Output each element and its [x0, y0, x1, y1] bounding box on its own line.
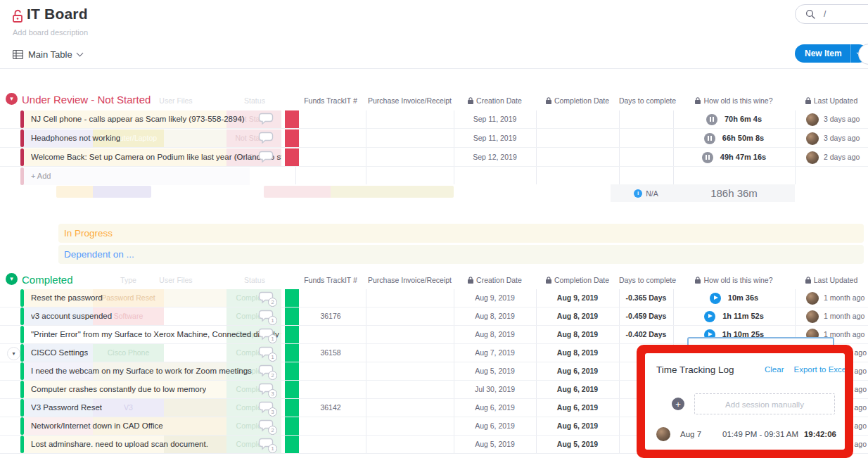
status-color-block[interactable]: [285, 289, 299, 307]
conversation-icon[interactable]: 1: [257, 308, 276, 324]
completion-date-cell[interactable]: Aug 8, 2019: [536, 344, 619, 362]
completion-date-cell[interactable]: Aug 6, 2019: [536, 381, 619, 398]
creation-date-cell[interactable]: Aug 5, 2019: [454, 362, 536, 380]
creation-date-cell[interactable]: Sep 11, 2019: [454, 129, 536, 147]
creation-date-cell[interactable]: Aug 6, 2019: [454, 399, 536, 417]
conversation-icon[interactable]: 2: [257, 363, 276, 379]
column-header-user-files[interactable]: User Files: [144, 276, 208, 284]
column-header-status[interactable]: Status: [226, 276, 283, 284]
creation-date-cell[interactable]: Aug 8, 2019: [454, 307, 536, 325]
column-header-funds[interactable]: Funds TrackIT #: [295, 276, 366, 284]
pause-icon[interactable]: [704, 133, 715, 144]
column-header-creation[interactable]: Creation Date: [454, 96, 536, 105]
creation-date-cell[interactable]: Aug 6, 2019: [454, 417, 536, 435]
completion-date-cell[interactable]: Aug 6, 2019: [536, 417, 619, 435]
item-name[interactable]: V3 Password Reset: [31, 399, 102, 417]
group-collapse-button[interactable]: ▾: [6, 93, 18, 105]
type-cell[interactable]: V3: [93, 399, 164, 417]
highlighted-time-tracking-cell[interactable]: [687, 337, 834, 345]
conversation-icon[interactable]: [257, 111, 276, 127]
conversation-icon[interactable]: [257, 130, 276, 146]
creation-date-cell[interactable]: Aug 9, 2019: [454, 289, 536, 307]
days-cell[interactable]: -0.365 Days: [619, 289, 673, 307]
days-cell[interactable]: -0.459 Days: [619, 307, 673, 325]
group-title[interactable]: Under Review - Not Started: [22, 94, 151, 106]
creation-date-cell[interactable]: Jul 30, 2019: [454, 381, 536, 398]
item-name[interactable]: Computer crashes constantly due to low m…: [31, 381, 206, 398]
pause-icon[interactable]: [706, 114, 717, 125]
days-cell[interactable]: -0.402 Days: [619, 326, 673, 343]
item-name[interactable]: Network/Internet down in CAD Office: [31, 417, 163, 435]
item-name[interactable]: Headphones not working: [31, 129, 120, 147]
add-item-label[interactable]: + Add: [31, 167, 51, 185]
add-session-button[interactable]: +: [672, 398, 684, 410]
item-name[interactable]: Lost adminshare. need to upload scan doc…: [31, 436, 208, 453]
board-description-placeholder[interactable]: Add board description: [13, 28, 88, 37]
conversation-icon[interactable]: 3: [257, 400, 276, 416]
info-icon[interactable]: i: [634, 189, 642, 198]
group-collapse-button[interactable]: ▾: [6, 273, 18, 285]
column-header-purchase[interactable]: Purchase Invoice/Receipt: [366, 276, 454, 284]
item-name[interactable]: NJ Cell phone - calls appear as Scam lik…: [31, 110, 245, 128]
item-name[interactable]: I need the webcam on my Surface to work …: [31, 362, 252, 380]
type-cell[interactable]: Cisco Phone: [93, 344, 164, 362]
table-row[interactable]: Not Started NJ Cell phone - calls appear…: [0, 110, 868, 129]
creation-date-cell[interactable]: Aug 5, 2019: [454, 436, 536, 453]
status-color-block[interactable]: [285, 148, 299, 166]
conversation-icon[interactable]: 3: [257, 381, 276, 398]
column-header-creation[interactable]: Creation Date: [454, 276, 536, 284]
column-header-completion[interactable]: Completion Date: [536, 96, 619, 105]
tab-main-table[interactable]: Main Table: [13, 46, 82, 62]
completion-date-cell[interactable]: Aug 8, 2019: [536, 307, 619, 325]
column-header-purchase[interactable]: Purchase Invoice/Receipt: [366, 96, 454, 105]
time-tracking-cell[interactable]: 49h 47m 16s: [673, 148, 795, 166]
new-item-button[interactable]: New Item: [795, 44, 868, 63]
table-row[interactable]: Not Started Welcome Back: Set up Camera …: [0, 148, 868, 167]
time-tracking-cell[interactable]: 10m 36s: [673, 289, 795, 307]
column-header-days[interactable]: Days to complete: [619, 96, 673, 105]
status-color-block[interactable]: [285, 417, 299, 435]
column-header-user-files[interactable]: User Files: [144, 96, 208, 105]
status-color-block[interactable]: [285, 110, 299, 128]
completion-date-cell[interactable]: Aug 9, 2019: [536, 289, 619, 307]
creation-date-cell[interactable]: Aug 8, 2019: [454, 326, 536, 343]
group-bar-in-progress[interactable]: In Progress: [58, 224, 864, 243]
add-session-input[interactable]: Add session manually: [694, 393, 835, 414]
row-expand-caret[interactable]: ▾: [7, 347, 20, 360]
item-name[interactable]: Reset the password: [31, 289, 103, 307]
completion-date-cell[interactable]: Aug 6, 2019: [536, 399, 619, 417]
column-header-status[interactable]: Status: [226, 96, 283, 105]
group-title[interactable]: Completed: [22, 274, 73, 286]
item-name[interactable]: Welcome Back: Set up Camera on Podium li…: [31, 148, 281, 166]
item-name[interactable]: v3 account suspended: [31, 307, 112, 325]
completion-date-cell[interactable]: Aug 5, 2019: [536, 436, 619, 453]
play-icon[interactable]: [710, 293, 721, 304]
type-cell[interactable]: Password Reset: [93, 289, 164, 307]
status-color-block[interactable]: [285, 326, 299, 343]
status-color-block[interactable]: [285, 362, 299, 380]
conversation-icon[interactable]: 2: [257, 290, 276, 306]
play-icon[interactable]: [704, 311, 715, 322]
completion-date-cell[interactable]: Aug 6, 2019: [536, 362, 619, 380]
board-privacy-lock-icon[interactable]: [11, 8, 24, 24]
pause-icon[interactable]: [702, 152, 713, 163]
group-bar-dependent-on[interactable]: Dependent on ...: [58, 245, 864, 264]
status-color-block[interactable]: [285, 381, 299, 398]
table-row[interactable]: Software Completed v3 account suspended …: [0, 307, 868, 326]
clear-link[interactable]: Clear: [765, 365, 784, 374]
column-header-completion[interactable]: Completion Date: [536, 276, 619, 284]
column-header-last-updated[interactable]: Last Updated: [795, 276, 868, 284]
page-title[interactable]: IT Board: [27, 6, 88, 23]
time-tracking-cell[interactable]: 66h 50m 8s: [673, 129, 795, 147]
table-row[interactable]: Computer/Laptop Not Started Headphones n…: [0, 129, 868, 148]
completion-date-cell[interactable]: Aug 8, 2019: [536, 326, 619, 343]
search-box[interactable]: /: [795, 4, 868, 24]
column-header-wine[interactable]: How old is this wine?: [673, 96, 795, 105]
add-item-row[interactable]: + Add: [0, 167, 868, 186]
type-summary-battery[interactable]: [56, 186, 151, 198]
conversation-icon[interactable]: 1: [257, 345, 276, 361]
creation-date-cell[interactable]: Sep 11, 2019: [454, 110, 536, 128]
conversation-icon[interactable]: 1: [257, 326, 276, 343]
creation-date-cell[interactable]: Aug 7, 2019: [454, 344, 536, 362]
export-to-excel-link[interactable]: Export to Excel: [793, 365, 845, 374]
